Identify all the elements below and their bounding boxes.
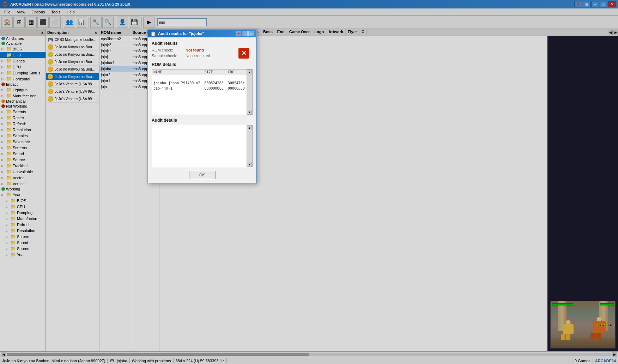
dialog-title-bar: 📋 Audit results for "jojoba" 📌 □ ✕ (148, 30, 256, 37)
rom-details-sep: ----------------------------------------… (152, 75, 247, 80)
dialog-title-text: Audit results for "jojoba" (158, 31, 204, 36)
rom-check-label: ROM check: (152, 48, 183, 52)
rom-scroll-down[interactable]: ▼ (247, 110, 252, 115)
audit-scroll-down[interactable]: ▼ (247, 162, 252, 167)
audit-details-title: Audit details (152, 118, 253, 123)
audit-scroll-up[interactable]: ▲ (247, 125, 252, 130)
rom-check-value: Not found (186, 48, 204, 52)
dialog-ok-button[interactable]: OK (189, 171, 216, 179)
rom-scroll-track[interactable] (247, 74, 252, 110)
sample-check-row: Sample check: None required (152, 54, 238, 58)
dialog-pin-btn[interactable]: 📌 (236, 31, 241, 36)
sample-check-value: None required (186, 54, 210, 58)
audit-details-box: ▲ ▼ (152, 125, 253, 167)
rom-details-scrollbar: ▲ ▼ (247, 69, 252, 115)
dialog-icon: 📋 (150, 31, 156, 36)
dialog-title-controls: 📌 □ ✕ (236, 31, 254, 36)
rom-details-header-text: NAME SIZE CRC (152, 69, 247, 75)
rom-details-box: NAME SIZE CRC --------------------------… (152, 69, 253, 115)
dialog-close-btn[interactable]: ✕ (248, 31, 254, 36)
dialog-maximize-btn[interactable]: □ (242, 31, 248, 36)
dialog-body: Audit results ROM check: Not found Sampl… (148, 37, 256, 183)
rom-details-row2: cap-jjm-1 000000000 00000000 (152, 86, 247, 91)
audit-details-scrollbar: ▲ ▼ (247, 125, 252, 167)
rom-check-row: ROM check: Not found (152, 48, 238, 52)
check-section: ROM check: Not found Sample check: None … (152, 48, 253, 59)
rom-details-title: ROM details (152, 62, 253, 67)
audit-scroll-track[interactable] (247, 130, 252, 162)
sample-check-label: Sample check: (152, 54, 183, 58)
rom-details-row1: jojoba_japan.29f400.u2 000524288 3085478… (152, 80, 247, 86)
dialog-ok-row: OK (152, 171, 253, 179)
rom-scroll-up[interactable]: ▲ (247, 69, 252, 74)
error-icon: ✕ (238, 48, 249, 59)
audit-dialog: 📋 Audit results for "jojoba" 📌 □ ✕ Audit… (147, 29, 257, 183)
check-fields: ROM check: Not found Sample check: None … (152, 48, 238, 59)
modal-overlay (0, 0, 618, 364)
audit-results-title: Audit results (152, 41, 253, 46)
